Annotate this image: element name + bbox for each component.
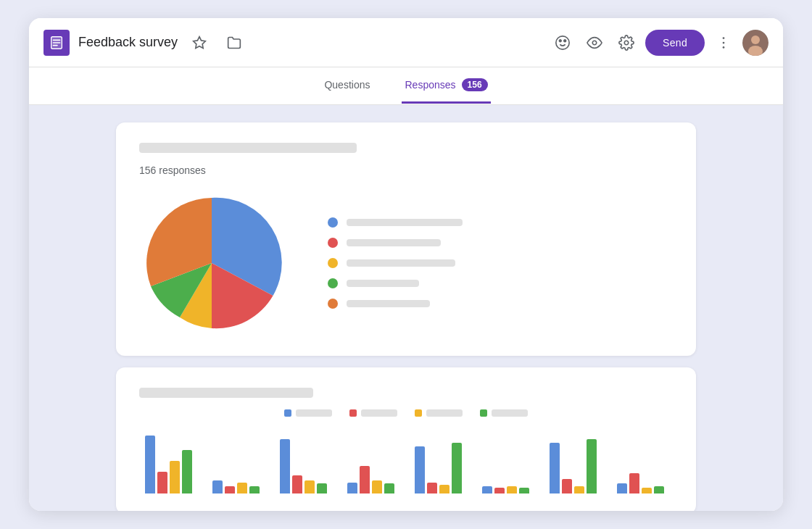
legend-label-3 (347, 259, 455, 267)
bar-6-1 (482, 486, 492, 493)
bar-6-4 (519, 488, 529, 493)
bar-legend-dot-green (480, 409, 487, 417)
svg-point-11 (723, 41, 725, 43)
bar-7-4 (587, 439, 597, 493)
chart-row (139, 191, 673, 336)
legend-dot-blue (328, 217, 338, 228)
bar-7-1 (550, 443, 560, 493)
legend-dot-red (328, 238, 338, 248)
svg-point-8 (592, 41, 597, 45)
bar-chart-card (116, 367, 696, 511)
form-icon (44, 30, 70, 56)
svg-point-6 (560, 39, 562, 41)
legend-item-5 (328, 299, 463, 309)
bar-legend-item-2 (349, 409, 397, 417)
more-options-button[interactable] (710, 30, 737, 56)
page-title: Feedback survey (78, 35, 178, 50)
bar-2-3 (237, 483, 247, 493)
bar-group-7 (550, 439, 600, 493)
bar-3-2 (292, 475, 302, 493)
bar-group-4 (347, 466, 397, 493)
bar-1-3 (170, 461, 180, 493)
bar-group-8 (617, 473, 667, 493)
tab-questions[interactable]: Questions (321, 69, 373, 103)
legend-item-2 (328, 238, 463, 248)
bar-group-6 (482, 486, 532, 493)
responses-badge: 156 (462, 78, 488, 91)
bar-legend-label-4 (492, 409, 528, 417)
bar-legend-item-1 (284, 409, 332, 417)
bar-legend-label-3 (426, 409, 463, 417)
bar-5-2 (427, 483, 437, 493)
bar-4-2 (360, 466, 370, 493)
settings-button[interactable] (613, 30, 639, 56)
bar-5-1 (415, 446, 425, 493)
preview-button[interactable] (581, 30, 608, 56)
legend-label-4 (347, 280, 419, 287)
bar-3-4 (317, 483, 327, 493)
bar-5-3 (439, 485, 450, 493)
legend-dot-yellow (328, 258, 338, 268)
bar-3-1 (280, 439, 290, 493)
tab-responses[interactable]: Responses 156 (402, 68, 490, 104)
bar-legend (139, 409, 673, 417)
bar-legend-item-4 (480, 409, 528, 417)
bar-card-title-skeleton (139, 388, 313, 398)
header: Feedback survey (29, 18, 783, 67)
responses-count: 156 responses (139, 164, 673, 176)
star-button[interactable] (186, 30, 212, 56)
bar-legend-dot-yellow (415, 409, 422, 417)
svg-point-7 (564, 39, 566, 41)
folder-button[interactable] (221, 30, 247, 56)
legend-label-5 (347, 300, 430, 307)
svg-point-14 (751, 36, 760, 44)
pie-chart-card: 156 responses (116, 122, 696, 356)
bar-legend-dot-blue (284, 409, 291, 417)
bar-8-3 (642, 488, 652, 493)
legend-item-1 (328, 217, 463, 228)
avatar[interactable] (742, 30, 768, 56)
bar-2-4 (249, 486, 260, 493)
bar-3-3 (304, 480, 315, 493)
bar-6-3 (507, 486, 517, 493)
send-button[interactable]: Send (645, 30, 705, 56)
legend-item-3 (328, 258, 463, 268)
pie-legend (328, 217, 463, 309)
palette-button[interactable] (550, 30, 576, 56)
bar-2-1 (212, 480, 223, 493)
card-title-skeleton (139, 143, 357, 153)
bar-group-2 (212, 480, 262, 493)
bars-row (139, 428, 673, 493)
bar-8-4 (654, 486, 664, 493)
legend-dot-orange (328, 299, 338, 309)
bar-legend-item-3 (415, 409, 463, 417)
bar-group-1 (145, 436, 195, 493)
legend-label-1 (347, 219, 463, 226)
legend-label-2 (347, 239, 441, 246)
bar-7-3 (574, 486, 584, 493)
bar-4-4 (384, 483, 394, 493)
pie-chart (139, 191, 284, 336)
bar-6-2 (494, 488, 505, 493)
bar-chart-area (139, 409, 673, 493)
svg-point-5 (556, 36, 569, 49)
bar-1-2 (157, 472, 167, 493)
main-content: 156 responses (29, 105, 783, 511)
svg-point-12 (723, 46, 725, 49)
bar-legend-dot-red (349, 409, 357, 417)
bar-group-3 (280, 439, 330, 493)
bar-8-1 (617, 483, 627, 493)
legend-dot-green (328, 278, 338, 288)
bar-legend-label-1 (296, 409, 332, 417)
header-right: Send (550, 30, 768, 56)
bar-1-4 (182, 450, 192, 493)
bar-7-2 (562, 479, 572, 493)
header-left: Feedback survey (44, 30, 550, 56)
bar-2-2 (225, 486, 235, 493)
tabs-bar: Questions Responses 156 (29, 67, 783, 105)
legend-item-4 (328, 278, 463, 288)
bar-4-1 (347, 483, 357, 493)
svg-point-9 (624, 41, 629, 45)
bar-legend-label-2 (361, 409, 397, 417)
bar-group-5 (415, 443, 465, 493)
